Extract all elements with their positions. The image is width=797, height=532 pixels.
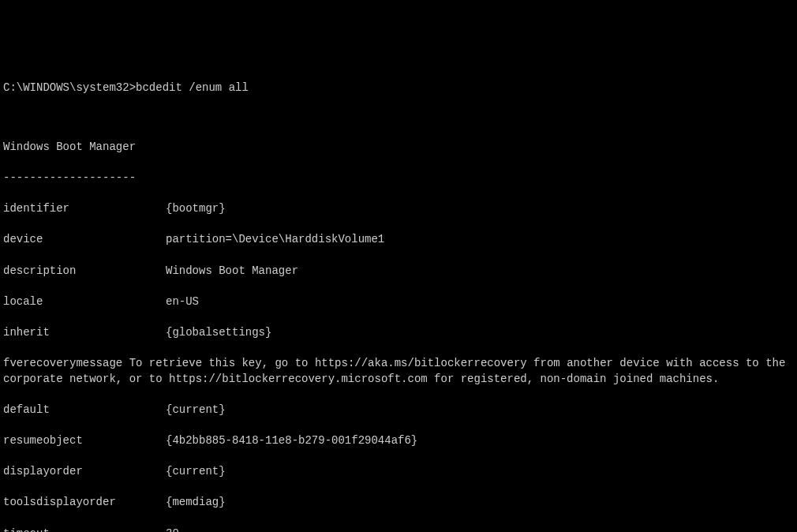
row-bootmgr-locale: localeen-US — [3, 294, 794, 310]
prompt-path: C:\WINDOWS\system32> — [3, 81, 136, 94]
val-identifier: {bootmgr} — [166, 201, 226, 217]
key-identifier: identifier — [3, 201, 166, 217]
val-description: Windows Boot Manager — [166, 264, 298, 279]
key-description: description — [3, 264, 166, 279]
val-displayorder: {current} — [166, 464, 226, 480]
key-inherit: inherit — [3, 325, 166, 341]
val-resumeobject: {4b2bb885-8418-11e8-b279-001f29044af6} — [166, 433, 417, 449]
command-prompt-line: C:\WINDOWS\system32>bcdedit /enum all — [3, 81, 794, 96]
row-bootmgr-default: default{current} — [3, 403, 794, 418]
val-locale: en-US — [166, 294, 199, 310]
row-bootmgr-device: devicepartition=\Device\HarddiskVolume1 — [3, 232, 794, 248]
key-locale: locale — [3, 294, 166, 310]
row-bootmgr-inherit: inherit{globalsettings} — [3, 325, 794, 341]
row-bootmgr-timeout: timeout30 — [3, 526, 794, 532]
key-fverecovery: fverecoverymessage — [3, 357, 122, 369]
val-toolsdisplayorder: {memdiag} — [166, 495, 226, 511]
val-device: partition=\Device\HarddiskVolume1 — [166, 232, 384, 248]
pad-fverecovery — [122, 357, 129, 369]
row-bootmgr-toolsdisplayorder: toolsdisplayorder{memdiag} — [3, 495, 794, 511]
key-displayorder: displayorder — [3, 464, 166, 480]
row-bootmgr-identifier: identifier{bootmgr} — [3, 201, 794, 217]
val-timeout: 30 — [166, 526, 179, 532]
val-inherit: {globalsettings} — [166, 325, 271, 341]
row-bootmgr-resumeobject: resumeobject{4b2bb885-8418-11e8-b279-001… — [3, 433, 794, 449]
terminal-output[interactable]: C:\WINDOWS\system32>bcdedit /enum all Wi… — [3, 65, 794, 532]
section-divider-bootmgr: -------------------- — [3, 170, 794, 186]
key-toolsdisplayorder: toolsdisplayorder — [3, 495, 166, 511]
key-resumeobject: resumeobject — [3, 433, 166, 449]
key-timeout: timeout — [3, 526, 166, 532]
row-bootmgr-displayorder: displayorder{current} — [3, 464, 794, 480]
row-bootmgr-fverecovery: fverecoverymessage To retrieve this key,… — [3, 356, 794, 387]
command-text: bcdedit /enum all — [136, 81, 249, 94]
key-device: device — [3, 232, 166, 248]
row-bootmgr-description: descriptionWindows Boot Manager — [3, 264, 794, 279]
section-title-bootmgr: Windows Boot Manager — [3, 140, 794, 155]
val-default: {current} — [166, 403, 226, 418]
key-default: default — [3, 403, 166, 418]
